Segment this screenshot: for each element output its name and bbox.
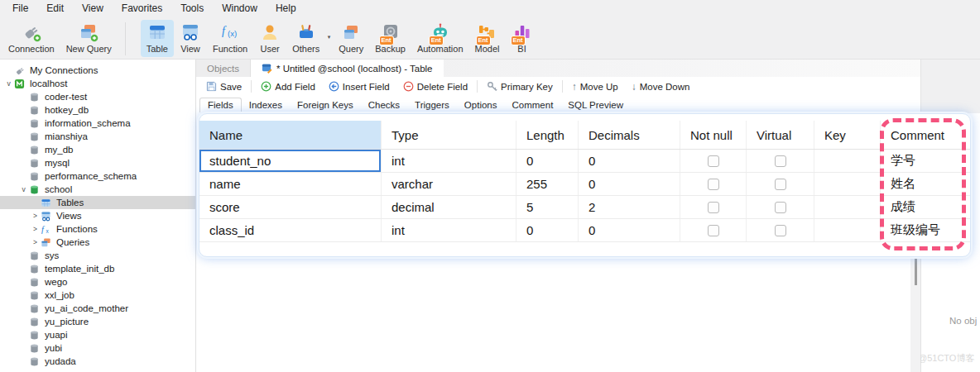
cell-not-null[interactable]: [680, 173, 747, 195]
cell-comment[interactable]: 班级编号: [881, 219, 972, 241]
sidebar-item-wego[interactable]: wego: [0, 275, 195, 289]
cell-name[interactable]: name: [199, 173, 382, 195]
toolbar-button-model[interactable]: EntModel: [469, 20, 506, 57]
menu-tools[interactable]: Tools: [171, 0, 213, 17]
cell-key[interactable]: [814, 173, 881, 195]
cell-comment[interactable]: 成绩: [881, 196, 972, 218]
not-null-checkbox[interactable]: [708, 155, 719, 167]
sidebar-item-performance-schema[interactable]: performance_schema: [0, 169, 195, 183]
cell-key[interactable]: [814, 219, 881, 241]
toolbar-button-others[interactable]: Others▾: [286, 20, 325, 57]
move-up-button[interactable]: ↑ Move Up: [565, 79, 625, 95]
toolbar-button-view[interactable]: View: [174, 20, 207, 57]
sidebar-item-sys[interactable]: sys: [0, 249, 195, 262]
virtual-checkbox[interactable]: [775, 179, 786, 190]
cell-decimals[interactable]: 0: [579, 219, 680, 241]
column-header-not-null[interactable]: Not null: [680, 121, 747, 149]
sidebar-item-mysql[interactable]: mysql: [0, 156, 195, 169]
sidebar-item-information-schema[interactable]: information_schema: [0, 117, 195, 130]
sidebar-item-mianshiya[interactable]: mianshiya: [0, 130, 195, 143]
sidebar-item-views[interactable]: >Views: [0, 209, 195, 222]
vertical-scrollbar[interactable]: [910, 257, 920, 372]
subtab-sql-preview[interactable]: SQL Preview: [560, 98, 631, 112]
virtual-checkbox[interactable]: [775, 202, 786, 213]
menu-view[interactable]: View: [73, 0, 113, 17]
subtab-indexes[interactable]: Indexes: [242, 98, 290, 112]
others-dropdown-arrow[interactable]: ▾: [328, 34, 331, 41]
cell-type[interactable]: varchar: [382, 173, 516, 195]
cell-virtual[interactable]: [747, 219, 814, 241]
toolbar-button-connection[interactable]: Connection: [2, 20, 60, 57]
cell-length[interactable]: 5: [516, 196, 579, 218]
menu-favorites[interactable]: Favorites: [113, 0, 171, 17]
column-header-length[interactable]: Length: [516, 121, 579, 149]
cell-comment[interactable]: 学号: [881, 150, 972, 172]
sidebar-item-my-db[interactable]: my_db: [0, 143, 195, 156]
cell-virtual[interactable]: [747, 150, 814, 172]
toolbar-button-automation[interactable]: EntAutomation: [411, 20, 469, 57]
toolbar-button-new-query[interactable]: New Query: [60, 20, 118, 57]
toolbar-button-function[interactable]: f(x)Function: [207, 20, 253, 57]
cell-length[interactable]: 0: [516, 150, 579, 172]
cell-virtual[interactable]: [747, 173, 814, 195]
sidebar-item-queries[interactable]: >Queries: [0, 236, 195, 249]
cell-name[interactable]: student_no: [199, 150, 382, 172]
toolbar-button-user[interactable]: User: [253, 20, 286, 57]
sidebar-item-localhost[interactable]: vlocalhost: [0, 77, 195, 90]
subtab-checks[interactable]: Checks: [361, 98, 407, 112]
sidebar-item-yudada[interactable]: yudada: [0, 355, 195, 368]
cell-decimals[interactable]: 2: [579, 196, 680, 218]
cell-type[interactable]: int: [382, 219, 516, 241]
cell-key[interactable]: [814, 150, 881, 172]
virtual-checkbox[interactable]: [775, 225, 786, 236]
expander-open-icon[interactable]: v: [3, 79, 14, 88]
column-header-key[interactable]: Key: [814, 121, 881, 149]
sidebar-item-yuapi[interactable]: yuapi: [0, 328, 195, 341]
sidebar-item-functions[interactable]: >fxFunctions: [0, 222, 195, 236]
cell-length[interactable]: 255: [516, 173, 579, 195]
toolbar-button-backup[interactable]: EntBackup: [369, 20, 411, 57]
subtab-options[interactable]: Options: [457, 98, 505, 112]
toolbar-button-bi[interactable]: EntBI: [506, 20, 539, 57]
cell-comment[interactable]: 姓名: [881, 173, 972, 195]
toolbar-button-query[interactable]: Query: [333, 20, 369, 57]
sidebar-item-school[interactable]: vschool: [0, 183, 195, 196]
scrollbar-thumb[interactable]: [915, 257, 917, 285]
cell-not-null[interactable]: [680, 196, 747, 218]
expander-open-icon[interactable]: v: [18, 185, 29, 193]
subtab-fields[interactable]: Fields: [199, 98, 242, 112]
cell-decimals[interactable]: 0: [579, 173, 680, 195]
not-null-checkbox[interactable]: [708, 179, 719, 190]
cell-name[interactable]: class_id: [199, 219, 382, 241]
subtab-triggers[interactable]: Triggers: [407, 98, 457, 112]
menu-file[interactable]: File: [3, 0, 37, 17]
expander-closed-icon[interactable]: >: [30, 238, 41, 246]
virtual-checkbox[interactable]: [775, 155, 786, 167]
sidebar-item-coder-test[interactable]: coder-test: [0, 90, 195, 103]
primary-key-button[interactable]: Primary Key: [480, 79, 560, 95]
cell-not-null[interactable]: [680, 219, 747, 241]
sidebar-item-template-init-db[interactable]: template_init_db: [0, 262, 195, 275]
cell-length[interactable]: 0: [516, 219, 579, 241]
cell-key[interactable]: [814, 196, 881, 218]
sidebar-item-hotkey-db[interactable]: hotkey_db: [0, 103, 195, 117]
sidebar-item-yu-picture[interactable]: yu_picture: [0, 315, 195, 328]
tab-table-designer[interactable]: * Untitled @school (localhost) - Table: [251, 60, 444, 77]
subtab-comment[interactable]: Comment: [504, 98, 560, 112]
cell-virtual[interactable]: [747, 196, 814, 218]
sidebar-item-yubi[interactable]: yubi: [0, 341, 195, 355]
column-header-comment[interactable]: Comment: [881, 121, 972, 149]
cell-type[interactable]: decimal: [382, 196, 516, 218]
column-header-name[interactable]: Name: [199, 121, 382, 149]
insert-field-button[interactable]: Insert Field: [322, 79, 396, 95]
menu-edit[interactable]: Edit: [37, 0, 73, 17]
cell-decimals[interactable]: 0: [579, 150, 680, 172]
menu-help[interactable]: Help: [267, 0, 305, 17]
menu-window[interactable]: Window: [213, 0, 267, 17]
expander-closed-icon[interactable]: >: [30, 225, 41, 233]
not-null-checkbox[interactable]: [708, 225, 719, 236]
expander-closed-icon[interactable]: >: [30, 212, 41, 220]
add-field-button[interactable]: Add Field: [254, 79, 322, 95]
not-null-checkbox[interactable]: [708, 202, 719, 213]
column-header-decimals[interactable]: Decimals: [579, 121, 680, 149]
